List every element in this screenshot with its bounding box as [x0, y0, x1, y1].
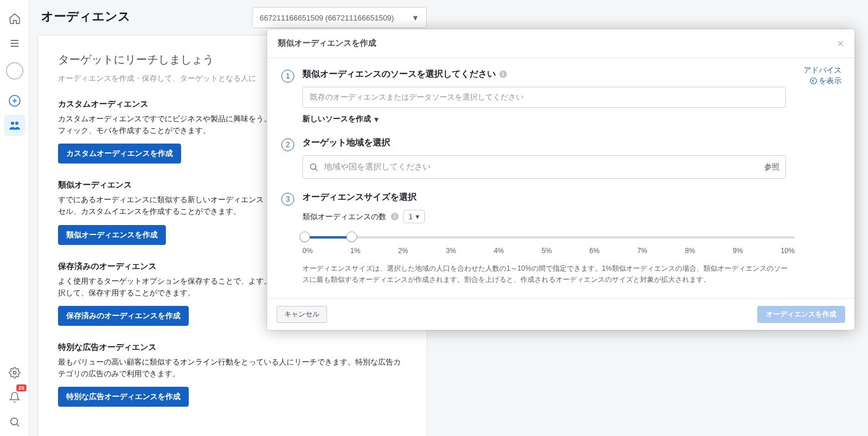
- modal-header: 類似オーディエンスを作成 ×: [267, 29, 855, 58]
- cancel-button[interactable]: キャンセル: [277, 306, 327, 323]
- create-audience-button[interactable]: オーディエンスを作成: [757, 306, 845, 323]
- info-icon[interactable]: i: [391, 213, 399, 220]
- section-title: 特別な広告オーディエンス: [58, 342, 407, 353]
- slider-handle-end[interactable]: [346, 231, 357, 242]
- account-selector[interactable]: 667211166651509 (667211166651509) ▼: [252, 7, 427, 28]
- advice-text-2: を表示: [819, 76, 842, 86]
- step-number: 3: [281, 193, 294, 206]
- svg-point-12: [311, 164, 316, 169]
- section-special-ad-audience: 特別な広告オーディエンス 最もバリューの高い顧客に類似するオンライン行動をとって…: [58, 342, 407, 407]
- bell-icon[interactable]: 26: [4, 387, 25, 408]
- caret-down-icon: ▾: [375, 115, 379, 124]
- svg-point-11: [811, 78, 817, 84]
- step-number: 1: [281, 70, 294, 83]
- modal-title: 類似オーディエンスを作成: [278, 38, 376, 49]
- left-sidebar: 26: [0, 0, 29, 436]
- slider-ticks: 0% 1% 2% 3% 4% 5% 6% 7% 8% 9% 10%: [302, 247, 795, 255]
- svg-point-8: [13, 372, 16, 374]
- count-label: 類似オーディエンスの数: [302, 212, 386, 222]
- step-title: 類似オーディエンスのソースを選択してください i: [302, 69, 840, 80]
- source-select-input[interactable]: 既存のオーディエンスまたはデータソースを選択してください: [302, 87, 786, 108]
- caret-down-icon: ▾: [416, 212, 420, 221]
- step-location: 2 ターゲット地域を選択 地域や国を選択してください 参照: [281, 137, 840, 179]
- step-size: 3 オーディエンスサイズを選択 類似オーディエンスの数 i 1 ▾: [281, 192, 840, 285]
- search-icon[interactable]: [4, 411, 25, 432]
- create-custom-audience-button[interactable]: カスタムオーディエンスを作成: [58, 144, 181, 164]
- gear-icon[interactable]: [4, 362, 25, 383]
- location-search-input[interactable]: 地域や国を選択してください 参照: [302, 155, 786, 179]
- modal-body: アドバイス を表示 1 類似オーディエンスのソースを選択してください i 既存の…: [267, 58, 855, 298]
- svg-point-6: [11, 122, 13, 125]
- show-advice-link[interactable]: アドバイス を表示: [804, 65, 842, 86]
- step-number: 2: [281, 138, 294, 151]
- size-description: オーディエンスサイズは、選択した地域の人口を合わせた人数の1～10%の間で指定で…: [302, 263, 790, 285]
- step-title: ターゲット地域を選択: [302, 137, 840, 148]
- avatar[interactable]: [6, 62, 23, 80]
- count-value: 1: [409, 212, 413, 221]
- home-icon[interactable]: [4, 8, 25, 29]
- info-icon[interactable]: i: [499, 70, 507, 78]
- audiences-icon[interactable]: [4, 115, 25, 136]
- close-icon[interactable]: ×: [837, 38, 844, 49]
- slider-handle-start[interactable]: [299, 231, 310, 242]
- step-source: 1 類似オーディエンスのソースを選択してください i 既存のオーディエンスまたは…: [281, 69, 840, 124]
- size-slider[interactable]: 0% 1% 2% 3% 4% 5% 6% 7% 8% 9% 10%: [302, 236, 795, 255]
- search-icon: [309, 162, 318, 172]
- step-title: オーディエンスサイズを選択: [302, 192, 840, 203]
- page-header: オーディエンス: [41, 8, 131, 25]
- notification-badge: 26: [16, 384, 26, 391]
- svg-line-10: [16, 424, 19, 427]
- chevron-left-circle-icon: [809, 77, 818, 85]
- create-new-source-menu[interactable]: 新しいソースを作成 ▾: [302, 114, 379, 124]
- create-saved-audience-button[interactable]: 保存済みのオーディエンスを作成: [58, 306, 189, 326]
- input-placeholder: 既存のオーディエンスまたはデータソースを選択してください: [310, 92, 523, 103]
- page-title: オーディエンス: [41, 8, 131, 25]
- new-source-label: 新しいソースを作成: [302, 114, 371, 124]
- menu-icon[interactable]: [4, 33, 25, 54]
- caret-down-icon: ▼: [411, 13, 419, 22]
- modal-footer: キャンセル オーディエンスを作成: [267, 298, 855, 330]
- svg-point-9: [11, 418, 18, 425]
- svg-point-7: [15, 122, 18, 125]
- advice-text-1: アドバイス: [804, 65, 842, 76]
- svg-line-13: [315, 169, 317, 171]
- account-selector-label: 667211166651509 (667211166651509): [260, 13, 394, 22]
- create-icon[interactable]: [4, 90, 25, 111]
- create-lookalike-modal: 類似オーディエンスを作成 × アドバイス を表示 1 類似オーディエンスのソース…: [267, 29, 855, 330]
- section-desc: 最もバリューの高い顧客に類似するオンライン行動をとっている人にリーチできます。特…: [58, 356, 407, 380]
- lookalike-count-select[interactable]: 1 ▾: [403, 210, 425, 223]
- browse-link[interactable]: 参照: [764, 162, 780, 172]
- create-lookalike-audience-button[interactable]: 類似オーディエンスを作成: [58, 225, 166, 245]
- input-placeholder: 地域や国を選択してください: [324, 162, 431, 172]
- create-special-ad-audience-button[interactable]: 特別な広告オーディエンスを作成: [58, 387, 189, 407]
